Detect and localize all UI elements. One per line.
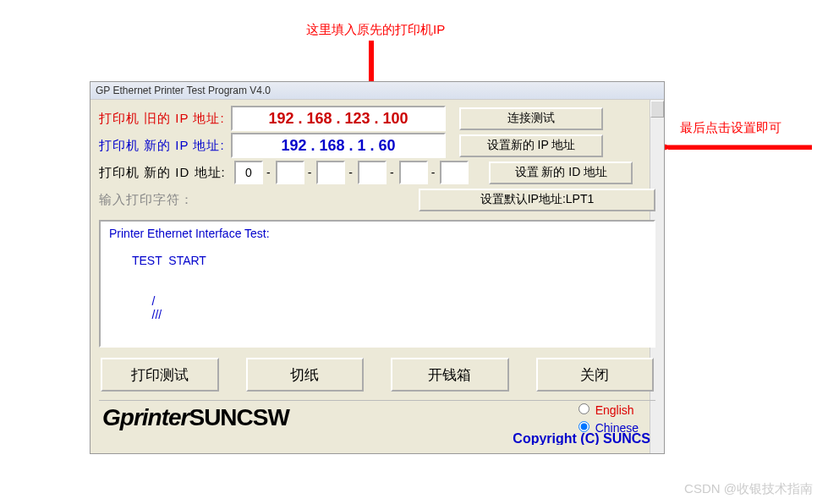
log-line-4: /// bbox=[152, 308, 162, 321]
connect-test-button[interactable]: 连接测试 bbox=[459, 107, 603, 130]
window-title: GP Ethernet Printer Test Program V4.0 bbox=[90, 82, 664, 100]
log-line-2: TEST START bbox=[132, 254, 206, 267]
open-drawer-button[interactable]: 开钱箱 bbox=[391, 358, 509, 392]
id-sep-5: - bbox=[431, 166, 436, 179]
row-new-id: 打印机 新的 ID 地址: - - - - - 设置 新的 ID 地址 bbox=[99, 159, 655, 186]
log-box: Printer Ethernet Interface Test: TEST ST… bbox=[99, 220, 655, 348]
input-old-ip[interactable]: 192 . 168 . 123 . 100 bbox=[231, 106, 446, 131]
log-line-1: Printer Ethernet Interface Test: bbox=[109, 227, 270, 240]
label-print-chars: 输入打印字符： bbox=[99, 192, 226, 208]
window-content: 打印机 旧的 IP 地址: 192 . 168 . 123 . 100 连接测试… bbox=[90, 100, 664, 453]
logo-gprinter: Gprinter bbox=[102, 404, 189, 430]
watermark: CSDN @收银技术指南 bbox=[684, 481, 813, 497]
logo: GprinterSUNCSW bbox=[102, 404, 289, 431]
row-new-ip: 打印机 新的 IP 地址: 192 . 168 . 1 . 60 设置新的 IP… bbox=[99, 132, 655, 159]
id-sep-4: - bbox=[390, 166, 394, 179]
id-input-3[interactable] bbox=[358, 161, 387, 184]
label-english: English bbox=[595, 403, 634, 417]
row-old-ip: 打印机 旧的 IP 地址: 192 . 168 . 123 . 100 连接测试 bbox=[99, 105, 655, 132]
set-default-ip-button[interactable]: 设置默认IP地址:LPT1 bbox=[419, 189, 655, 211]
set-new-ip-button[interactable]: 设置新的 IP 地址 bbox=[459, 134, 603, 157]
logo-suncsw: SUNCSW bbox=[189, 404, 288, 430]
id-input-0[interactable] bbox=[234, 161, 263, 184]
row-print-chars: 输入打印字符： 设置默认IP地址:LPT1 bbox=[99, 186, 655, 213]
id-sep-1: - bbox=[266, 166, 271, 179]
cut-paper-button[interactable]: 切纸 bbox=[246, 358, 365, 392]
radio-english[interactable]: English bbox=[574, 401, 639, 419]
label-new-ip: 打印机 新的 IP 地址: bbox=[99, 138, 226, 154]
id-input-2[interactable] bbox=[316, 161, 345, 184]
footer: GprinterSUNCSW English Chinese Copyright… bbox=[99, 400, 655, 445]
arrow-right-icon bbox=[651, 137, 812, 157]
id-input-5[interactable] bbox=[440, 161, 469, 184]
id-input-1[interactable] bbox=[276, 161, 304, 184]
copyright-text: Copyright (C) SUNCS bbox=[513, 431, 650, 445]
id-field-group: - - - - - bbox=[231, 161, 470, 184]
app-window: GP Ethernet Printer Test Program V4.0 打印… bbox=[90, 81, 665, 454]
annotation-top: 这里填入原先的打印机IP bbox=[306, 22, 445, 38]
label-old-ip: 打印机 旧的 IP 地址: bbox=[99, 111, 226, 127]
action-row: 打印测试 切纸 开钱箱 关闭 bbox=[99, 353, 655, 400]
print-test-button[interactable]: 打印测试 bbox=[101, 358, 219, 392]
id-input-4[interactable] bbox=[399, 161, 428, 184]
log-line-3: / bbox=[152, 294, 156, 308]
close-button[interactable]: 关闭 bbox=[536, 358, 655, 392]
set-new-id-button[interactable]: 设置 新的 ID 地址 bbox=[489, 162, 633, 184]
input-new-ip[interactable]: 192 . 168 . 1 . 60 bbox=[231, 133, 446, 158]
annotation-right: 最后点击设置即可 bbox=[680, 120, 781, 136]
id-sep-2: - bbox=[308, 166, 312, 179]
label-new-id: 打印机 新的 ID 地址: bbox=[99, 165, 226, 181]
id-sep-3: - bbox=[348, 166, 353, 179]
